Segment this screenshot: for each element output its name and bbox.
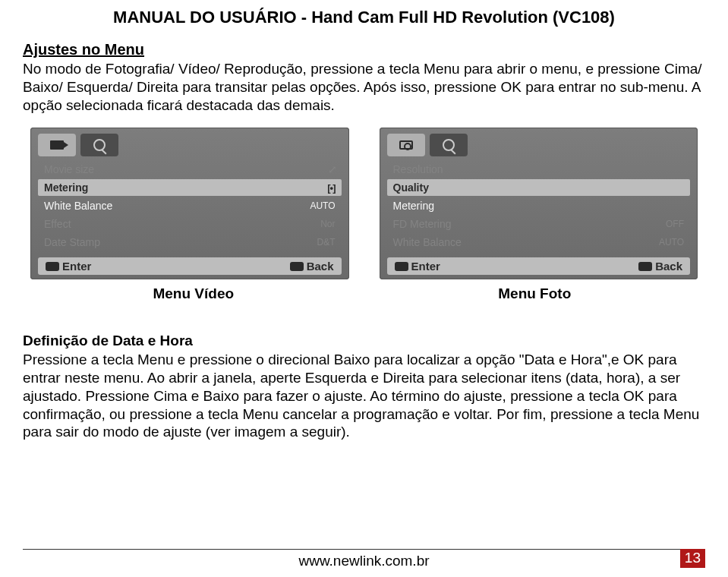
key-icon [638,262,652,271]
footer-back-label: Back [307,260,334,273]
page-footer: www.newlink.com.br 13 [23,549,705,569]
menu-tabs-video [38,134,342,156]
menu-item-value: AUTO [305,200,336,211]
menu-item-label: FD Metering [393,218,452,230]
camcorder-icon [50,140,64,150]
menu-item: Effect Nor [38,216,342,232]
tab-settings-icon [430,134,468,156]
key-icon [395,262,408,271]
menu-screenshot-photo: Resolution Quality Metering FD Metering … [380,128,698,279]
menu-item: Quality [387,179,691,196]
menu-item-label: Resolution [393,163,443,175]
menu-item: Movie size ⤢ [38,161,342,178]
caption-photo: Menu Foto [364,285,706,302]
menu-items-video: Movie size ⤢ Metering [•] White Balance … [38,161,342,254]
menu-item: Date Stamp D&T [38,234,342,251]
tab-video-icon [38,134,76,156]
expand-icon: ⤢ [305,163,336,175]
wrench-icon [443,139,455,151]
menu-item-label: Quality [393,181,429,194]
section-body-ajustes: No modo de Fotografia/ Vídeo/ Reprodução… [23,60,705,114]
metering-icon: [•] [305,182,336,194]
menu-item-label: Metering [393,200,434,212]
footer-url: www.newlink.com.br [298,553,429,569]
footer-back-label: Back [655,260,682,273]
tab-photo-icon [387,134,425,156]
key-icon [290,262,304,271]
menu-item: White Balance AUTO [38,197,342,214]
menu-screenshot-video: Movie size ⤢ Metering [•] White Balance … [30,128,349,279]
footer-enter-label: Enter [411,260,440,273]
key-icon [46,262,59,271]
menu-item-value: Nor [305,219,336,229]
menu-item-value: OFF [654,219,684,229]
menu-item: FD Metering OFF [387,216,691,232]
menu-item-label: Movie size [44,163,94,175]
menu-footer-video: Enter Back [38,257,342,275]
menu-item-label: Date Stamp [44,236,100,248]
menu-item-value: AUTO [654,237,684,248]
tab-settings-icon [80,134,118,156]
section-body-datahora: Pressione a tecla Menu e pressione o dir… [23,351,705,441]
menu-item-label: Metering [44,181,88,194]
caption-video: Menu Vídeo [23,285,364,302]
camera-icon [399,140,413,150]
wrench-icon [93,139,106,151]
menu-item: White Balance AUTO [387,234,691,251]
footer-enter-label: Enter [62,260,91,273]
menu-item: Metering [387,197,691,214]
menu-footer-photo: Enter Back [387,257,691,275]
screenshots-row: Movie size ⤢ Metering [•] White Balance … [23,128,705,279]
menu-items-photo: Resolution Quality Metering FD Metering … [387,161,691,254]
page-header-title: MANUAL DO USUÁRIO - Hand Cam Full HD Rev… [23,8,705,27]
captions-row: Menu Vídeo Menu Foto [23,285,705,302]
menu-item-label: White Balance [44,200,112,212]
section-heading-ajustes: Ajustes no Menu [23,41,705,58]
page-number: 13 [680,549,705,568]
menu-tabs-photo [387,134,691,156]
menu-item: Metering [•] [38,179,342,196]
menu-item-value: D&T [305,237,336,248]
section-heading-datahora: Definição de Data e Hora [23,333,705,349]
footer-back: Back [638,260,682,273]
footer-back: Back [290,260,334,273]
footer-enter: Enter [46,260,91,273]
menu-item-label: Effect [44,218,71,230]
footer-enter: Enter [395,260,440,273]
menu-item: Resolution [387,161,691,178]
menu-item-label: White Balance [393,236,462,248]
